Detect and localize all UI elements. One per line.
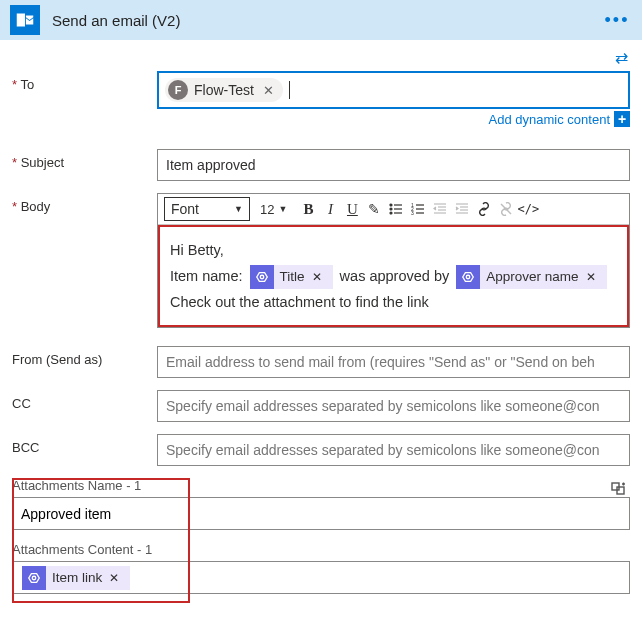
bcc-label: BCC: [12, 434, 157, 455]
attachment-name-label: Attachments Name - 1: [12, 478, 630, 493]
attachment-content-label: Attachments Content - 1: [12, 542, 172, 557]
body-line: Item name: Title ✕ was approved by Appro…: [170, 263, 617, 289]
action-menu-button[interactable]: •••: [602, 5, 632, 35]
add-dynamic-content-link[interactable]: Add dynamic content +: [489, 111, 630, 127]
from-input[interactable]: [157, 346, 630, 378]
body-line: Check out the attachment to find the lin…: [170, 289, 617, 315]
remove-recipient-icon[interactable]: ✕: [260, 83, 277, 98]
add-dynamic-content-icon: +: [614, 111, 630, 127]
body-line: Hi Betty,: [170, 237, 617, 263]
recipient-chip[interactable]: F Flow-Test ✕: [165, 78, 283, 102]
dynamic-token-title[interactable]: Title ✕: [250, 265, 333, 289]
font-size-select[interactable]: 12▼: [256, 197, 291, 221]
subject-input[interactable]: [157, 149, 630, 181]
remove-token-icon[interactable]: ✕: [583, 264, 599, 290]
font-color-button[interactable]: ✎: [363, 197, 385, 221]
action-header: Send an email (V2) •••: [0, 0, 642, 40]
text-cursor: [289, 81, 290, 99]
font-select[interactable]: Font▼: [164, 197, 250, 221]
remove-token-icon[interactable]: ✕: [309, 264, 325, 290]
svg-point-22: [467, 275, 471, 279]
remove-token-icon[interactable]: ✕: [106, 571, 122, 585]
number-list-button[interactable]: 123: [407, 197, 429, 221]
bold-button[interactable]: B: [297, 197, 319, 221]
subject-label: Subject: [12, 149, 157, 170]
svg-point-0: [390, 204, 392, 206]
body-editor: Font▼ 12▼ B I U ✎ 123 </> Hi Betty,: [157, 193, 630, 328]
indent-button[interactable]: [451, 197, 473, 221]
dynamic-token-approver[interactable]: Approver name ✕: [456, 265, 606, 289]
bullet-list-button[interactable]: [385, 197, 407, 221]
outlook-icon: [10, 5, 40, 35]
svg-line-20: [501, 204, 511, 214]
underline-button[interactable]: U: [341, 197, 363, 221]
svg-point-4: [390, 212, 392, 214]
recipient-avatar: F: [168, 80, 188, 100]
body-content[interactable]: Hi Betty, Item name: Title ✕ was approve…: [158, 225, 629, 327]
dynamic-token-itemlink[interactable]: Item link ✕: [22, 566, 130, 590]
bcc-input[interactable]: [157, 434, 630, 466]
editor-toolbar: Font▼ 12▼ B I U ✎ 123 </>: [158, 194, 629, 225]
outdent-button[interactable]: [429, 197, 451, 221]
recipient-name: Flow-Test: [194, 82, 254, 98]
svg-point-21: [260, 275, 264, 279]
attachment-name-input[interactable]: [12, 497, 630, 530]
body-label: Body: [12, 193, 157, 214]
cc-label: CC: [12, 390, 157, 411]
token-icon: [250, 265, 274, 289]
svg-point-2: [390, 208, 392, 210]
svg-point-27: [32, 576, 36, 580]
svg-text:3: 3: [411, 210, 414, 216]
token-icon: [22, 566, 46, 590]
from-label: From (Send as): [12, 346, 157, 367]
switch-mode-button[interactable]: [608, 478, 630, 500]
action-title: Send an email (V2): [52, 12, 602, 29]
code-view-button[interactable]: </>: [517, 197, 539, 221]
to-label: To: [12, 71, 157, 92]
to-input[interactable]: F Flow-Test ✕: [157, 71, 630, 109]
token-icon: [456, 265, 480, 289]
swap-icon[interactable]: ⇄: [615, 48, 628, 67]
cc-input[interactable]: [157, 390, 630, 422]
attachments-section: Attachments Name - 1 Attachments Content…: [12, 478, 630, 594]
link-button[interactable]: [473, 197, 495, 221]
attachment-content-input[interactable]: Item link ✕: [12, 561, 630, 594]
italic-button[interactable]: I: [319, 197, 341, 221]
unlink-button[interactable]: [495, 197, 517, 221]
